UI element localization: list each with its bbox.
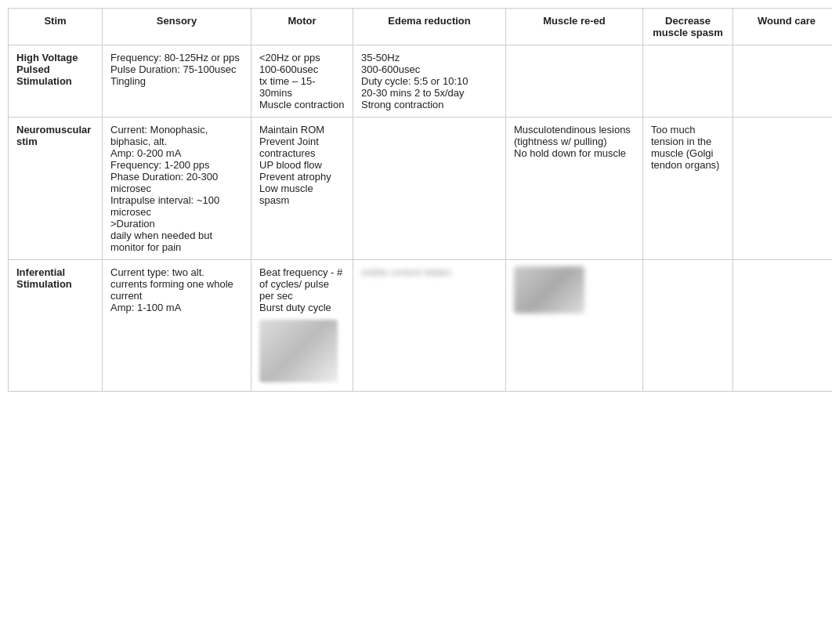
cell-motor-row2: Beat frequency - # of cycles/ pulse per … [251,260,353,392]
col-header-edema: Edema reduction [353,9,506,45]
col-header-wound: Wound care [733,9,833,45]
table-row: Inferential StimulationCurrent type: two… [9,260,833,392]
cell-decrease-row0 [643,45,733,118]
cell-edema-row0: 35-50Hz 300-600usec Duty cycle: 5:5 or 1… [353,45,506,118]
table-row: High Voltage Pulsed StimulationFrequency… [9,45,833,118]
cell-wound-row1 [733,118,833,260]
col-header-decrease: Decrease muscle spasm [643,9,733,45]
cell-edema-row1 [353,118,506,260]
col-header-muscle: Muscle re-ed [506,9,643,45]
col-header-sensory: Sensory [103,9,251,45]
cell-decrease-row2 [643,260,733,392]
cell-muscle-row0 [506,45,643,118]
cell-motor-row0: <20Hz or pps 100-600usec tx time – 15-30… [251,45,353,118]
cell-stim-row0: High Voltage Pulsed Stimulation [9,45,103,118]
col-header-stim: Stim [9,9,103,45]
table-row: Neuromuscular stimCurrent: Monophasic, b… [9,118,833,260]
cell-wound-row0 [733,45,833,118]
cell-edema-row2: visible content hidden [353,260,506,392]
col-header-motor: Motor [251,9,353,45]
cell-stim-row2: Inferential Stimulation [9,260,103,392]
main-table: StimSensoryMotorEdema reductionMuscle re… [8,8,832,392]
page-wrapper: StimSensoryMotorEdema reductionMuscle re… [0,0,832,644]
cell-sensory-row2: Current type: two alt. currents forming … [103,260,251,392]
cell-wound-row2 [733,260,833,392]
cell-muscle-row1: Musculotendinous lesions (tightness w/ p… [506,118,643,260]
cell-sensory-row1: Current: Monophasic, biphasic, alt. Amp:… [103,118,251,260]
cell-decrease-row1: Too much tension in the muscle (Golgi te… [643,118,733,260]
cell-sensory-row0: Frequency: 80-125Hz or pps Pulse Duratio… [103,45,251,118]
cell-motor-row1: Maintain ROM Prevent Joint contractures … [251,118,353,260]
cell-stim-row1: Neuromuscular stim [9,118,103,260]
header-row: StimSensoryMotorEdema reductionMuscle re… [9,9,833,45]
cell-muscle-row2 [506,260,643,392]
